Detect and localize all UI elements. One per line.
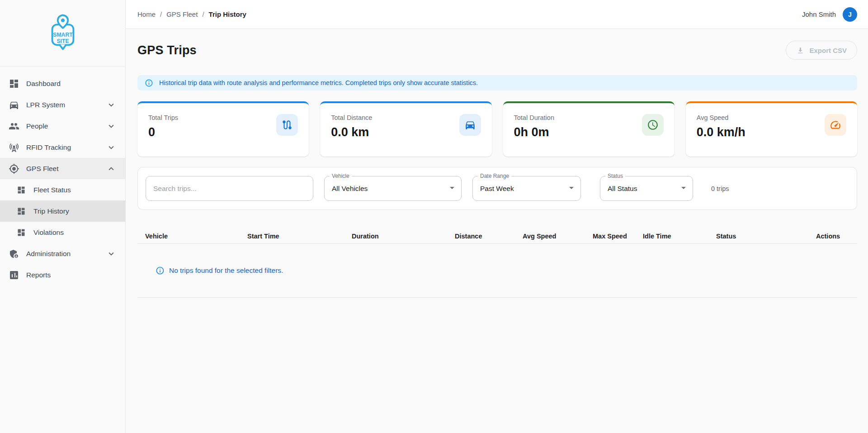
app-root: SMART SITE Dashboard LPR System People [0,0,868,433]
sidebar-item-label: Reports [26,271,116,279]
download-icon [796,46,805,55]
stat-card-avg-speed: Avg Speed 0.0 km/h [686,101,857,157]
smart-site-logo-icon: SMART SITE [49,14,76,52]
export-csv-label: Export CSV [809,47,847,54]
sidebar-item-label: Violations [33,228,64,237]
people-icon [9,121,19,132]
info-banner: Historical trip data with route analysis… [137,75,857,90]
top-bar: Home / GPS Fleet / Trip History John Smi… [126,0,868,29]
bar-chart-icon [9,270,19,281]
stats-row: Total Trips 0 Total Distance 0.0 km [137,101,857,157]
vehicle-select-value: All Vehicles [332,185,368,193]
main-area: Home / GPS Fleet / Trip History John Smi… [126,0,868,433]
trip-count: 0 trips [711,185,729,192]
dropdown-arrow-icon [566,182,577,195]
app-logo: SMART SITE [0,0,125,67]
empty-state-row: No trips found for the selected filters. [137,244,857,298]
chevron-down-icon [106,143,116,152]
info-banner-text: Historical trip data with route analysis… [159,79,478,86]
stat-label: Total Duration [514,114,554,121]
stat-value: 0.0 km/h [697,125,745,139]
admin-shield-icon [9,248,19,259]
car-icon [459,114,481,136]
sidebar-item-people[interactable]: People [0,115,125,137]
sidebar: SMART SITE Dashboard LPR System People [0,0,126,433]
stat-label: Avg Speed [697,114,745,121]
dashboard-icon [17,207,26,216]
column-header-duration: Duration [352,233,455,240]
chevron-down-icon [106,249,116,259]
avatar[interactable]: J [843,7,857,22]
sidebar-nav: Dashboard LPR System People RFID Trackin… [0,67,125,285]
search-input[interactable] [146,176,313,201]
column-header-actions: Actions [816,233,857,240]
title-row: GPS Trips Export CSV [137,41,857,60]
gps-fixed-icon [9,163,19,174]
status-select-label: Status [605,173,625,179]
clock-icon [642,114,664,136]
user-menu: John Smith J [802,7,857,22]
speedometer-icon [825,114,846,136]
sidebar-item-label: LPR System [26,101,106,109]
dropdown-arrow-icon [678,182,689,195]
sidebar-item-label: GPS Fleet [26,165,106,173]
sidebar-item-label: People [26,122,106,130]
cell-tower-icon [9,142,19,153]
chevron-up-icon [106,164,116,174]
stat-value: 0.0 km [331,125,372,139]
page-content: GPS Trips Export CSV Historical trip dat… [126,29,868,298]
vehicle-select-label: Vehicle [330,173,352,179]
sidebar-item-violations[interactable]: Violations [0,222,125,243]
svg-text:SMART: SMART [53,32,73,38]
table-header-row: Vehicle Start Time Duration Distance Avg… [137,229,857,244]
breadcrumb-separator: / [160,10,162,18]
svg-text:SITE: SITE [57,38,69,44]
sidebar-item-gps-fleet[interactable]: GPS Fleet [0,158,125,179]
empty-state-message: No trips found for the selected filters. [169,266,283,275]
breadcrumb-separator: / [202,10,204,18]
column-header-start-time: Start Time [247,233,352,240]
sidebar-item-reports[interactable]: Reports [0,264,125,285]
sidebar-item-trip-history[interactable]: Trip History [0,200,125,222]
date-range-select-label: Date Range [478,173,511,179]
breadcrumb-gps-fleet[interactable]: GPS Fleet [166,10,198,18]
sidebar-item-label: RFID Tracking [26,143,106,152]
stat-label: Total Trips [148,114,178,121]
vehicle-select[interactable]: Vehicle All Vehicles [324,176,462,201]
sidebar-item-label: Administration [26,250,106,258]
page-title: GPS Trips [137,43,197,57]
column-header-distance: Distance [455,233,523,240]
dashboard-icon [17,228,26,237]
chevron-down-icon [106,121,116,131]
breadcrumb-home[interactable]: Home [137,10,156,18]
chevron-down-icon [106,100,116,110]
info-icon [156,266,165,275]
trips-table: Vehicle Start Time Duration Distance Avg… [137,229,857,298]
sidebar-item-lpr-system[interactable]: LPR System [0,94,125,115]
stat-card-total-distance: Total Distance 0.0 km [320,101,491,157]
breadcrumb-current: Trip History [209,10,246,18]
dashboard-icon [9,78,19,89]
column-header-idle-time: Idle Time [643,233,716,240]
sidebar-item-label: Fleet Status [33,186,71,194]
sidebar-item-label: Dashboard [26,80,116,88]
stat-label: Total Distance [331,114,372,121]
route-icon [276,114,298,136]
sidebar-item-fleet-status[interactable]: Fleet Status [0,179,125,200]
sidebar-item-dashboard[interactable]: Dashboard [0,73,125,94]
status-select[interactable]: Status All Status [600,176,693,201]
filter-bar: Vehicle All Vehicles Date Range Past Wee… [137,167,857,210]
export-csv-button[interactable]: Export CSV [786,41,857,60]
dropdown-arrow-icon [447,182,458,195]
dashboard-icon [17,186,26,195]
date-range-select[interactable]: Date Range Past Week [472,176,581,201]
column-header-vehicle: Vehicle [145,233,247,240]
column-header-avg-speed: Avg Speed [523,233,593,240]
car-icon [9,100,19,110]
breadcrumb: Home / GPS Fleet / Trip History [137,10,246,18]
user-name: John Smith [802,10,836,18]
status-select-value: All Status [608,185,637,193]
sidebar-item-administration[interactable]: Administration [0,243,125,264]
sidebar-item-rfid-tracking[interactable]: RFID Tracking [0,137,125,158]
stat-value: 0h 0m [514,125,554,139]
